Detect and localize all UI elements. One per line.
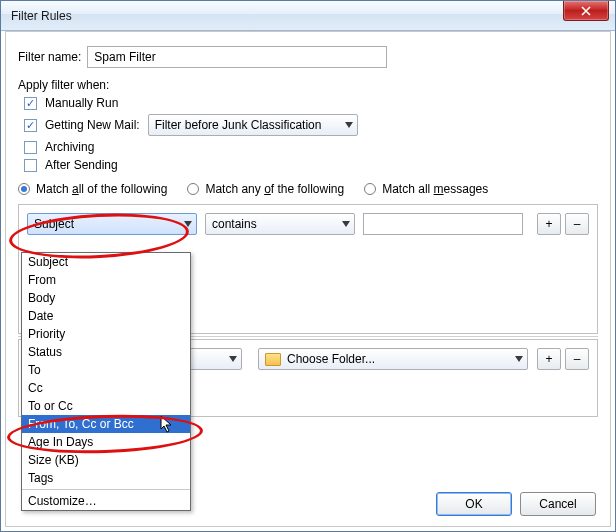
archiving-checkbox[interactable] (24, 141, 37, 154)
close-button[interactable] (563, 1, 609, 21)
action-remove-button[interactable]: – (565, 348, 589, 370)
titlebar[interactable]: Filter Rules (1, 1, 615, 31)
radio-icon (364, 183, 376, 195)
dialog-footer: OK Cancel (436, 492, 596, 516)
filter-rules-dialog: Filter Rules Filter name: Apply filter w… (0, 0, 616, 532)
dropdown-item[interactable]: Priority (22, 325, 190, 343)
getting-new-mail-row[interactable]: Getting New Mail: Filter before Junk Cla… (24, 114, 598, 136)
action-add-button[interactable]: + (537, 348, 561, 370)
match-mode-row: Match all of the following Match any of … (18, 182, 598, 196)
chevron-down-icon (229, 356, 237, 362)
dropdown-item[interactable]: Status (22, 343, 190, 361)
rule-add-button[interactable]: + (537, 213, 561, 235)
match-all-radio[interactable]: Match all of the following (18, 182, 167, 196)
rule-value-input[interactable] (363, 213, 523, 235)
rule-field-combo[interactable]: Subject (27, 213, 197, 235)
getting-new-mail-label: Getting New Mail: (45, 118, 140, 132)
match-all-messages-radio[interactable]: Match all messages (364, 182, 488, 196)
cancel-button[interactable]: Cancel (520, 492, 596, 516)
archiving-row[interactable]: Archiving (24, 140, 598, 154)
dropdown-item[interactable]: To or Cc (22, 397, 190, 415)
getting-new-mail-checkbox[interactable] (24, 119, 37, 132)
match-any-radio[interactable]: Match any of the following (187, 182, 344, 196)
ok-button[interactable]: OK (436, 492, 512, 516)
dropdown-item[interactable]: Date (22, 307, 190, 325)
filter-name-input[interactable] (87, 46, 387, 68)
dropdown-item[interactable]: To (22, 361, 190, 379)
after-sending-row[interactable]: After Sending (24, 158, 598, 172)
junk-classification-value: Filter before Junk Classification (155, 118, 322, 132)
radio-icon (187, 183, 199, 195)
rule-row: Subject contains + – (27, 213, 589, 235)
dropdown-item[interactable]: Body (22, 289, 190, 307)
window-title: Filter Rules (11, 9, 72, 23)
choose-folder-value: Choose Folder... (287, 352, 375, 366)
dropdown-item[interactable]: From, To, Cc or Bcc (22, 415, 190, 433)
dropdown-item[interactable]: Cc (22, 379, 190, 397)
after-sending-checkbox[interactable] (24, 159, 37, 172)
dropdown-item[interactable]: Age In Days (22, 433, 190, 451)
choose-folder-combo[interactable]: Choose Folder... (258, 348, 528, 370)
manually-run-checkbox[interactable] (24, 97, 37, 110)
dropdown-item[interactable]: From (22, 271, 190, 289)
dropdown-item[interactable]: Subject (22, 253, 190, 271)
dropdown-customize[interactable]: Customize… (22, 492, 190, 510)
rule-field-value: Subject (34, 217, 74, 231)
folder-icon (265, 353, 281, 366)
archiving-label: Archiving (45, 140, 94, 154)
chevron-down-icon (515, 356, 523, 362)
manually-run-label: Manually Run (45, 96, 118, 110)
rule-operator-value: contains (212, 217, 257, 231)
dropdown-separator (22, 489, 190, 490)
apply-when-heading: Apply filter when: (18, 78, 598, 92)
rule-operator-combo[interactable]: contains (205, 213, 355, 235)
chevron-down-icon (345, 122, 353, 128)
filter-name-label: Filter name: (18, 50, 81, 64)
filter-name-row: Filter name: (18, 46, 598, 68)
rule-remove-button[interactable]: – (565, 213, 589, 235)
dropdown-item[interactable]: Tags (22, 469, 190, 487)
chevron-down-icon (342, 221, 350, 227)
junk-classification-combo[interactable]: Filter before Junk Classification (148, 114, 358, 136)
rule-field-dropdown[interactable]: SubjectFromBodyDatePriorityStatusToCcTo … (21, 252, 191, 511)
after-sending-label: After Sending (45, 158, 118, 172)
radio-icon (18, 183, 30, 195)
manually-run-row[interactable]: Manually Run (24, 96, 598, 110)
dropdown-item[interactable]: Size (KB) (22, 451, 190, 469)
close-icon (581, 6, 591, 16)
chevron-down-icon (184, 221, 192, 227)
